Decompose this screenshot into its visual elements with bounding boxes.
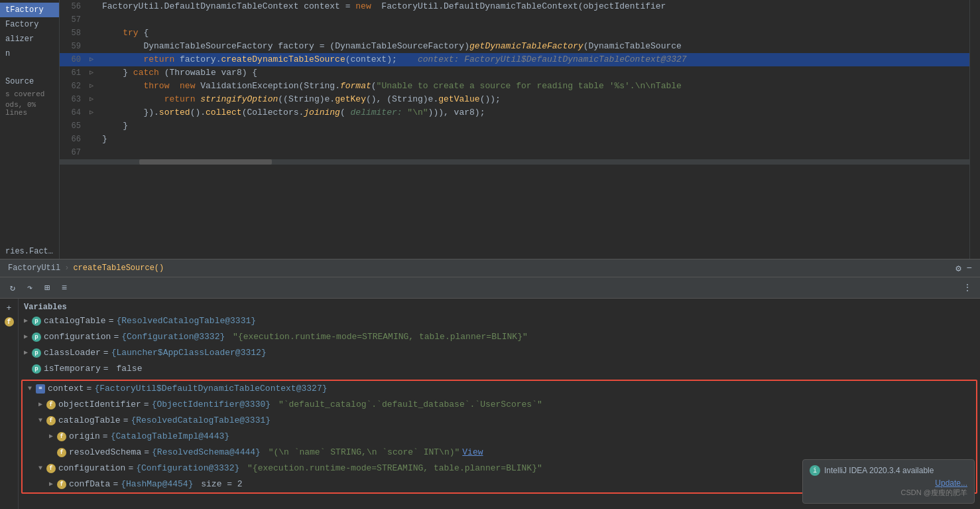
var-row-configuration[interactable]: ▶ p configuration = {Configuration@3332}… [19,329,980,345]
var-icon-f-origin: f [57,432,66,441]
sidebar-item-tfactory[interactable]: tFactory [0,3,59,17]
view-link-resolvedschema[interactable]: View [462,446,483,459]
var-value-istemporary: false [111,362,143,376]
var-icon-f-configuration: f [46,464,56,473]
expand-confdata[interactable]: ▶ [46,480,56,489]
code-content-64: }).sorted().collect(Collectors.joining( … [97,106,969,119]
debug-btn-filter[interactable]: ≡ [57,281,72,295]
code-content-65: } [97,119,969,133]
var-icon-p-istemporary: p [32,364,41,374]
expand-origin[interactable]: ▶ [46,432,56,441]
expand-istemporary-spacer [21,364,31,374]
expand-configuration[interactable]: ▶ [21,332,31,342]
line-number-58: 58 [60,27,86,40]
code-line-61: 61 ▷ } catch (Throwable var8) { [60,66,969,80]
var-icon-eq-context: = [36,384,45,394]
gutter-61: ▷ [86,66,97,80]
var-eq-origin: = [103,430,108,443]
gear-icon[interactable]: ⚙ [955,263,961,274]
sidebar-item-lines: ods, 0% lines [0,100,59,118]
var-icon-f-resolvedschema: f [57,448,66,457]
code-content-61: } catch (Throwable var8) { [97,66,969,80]
debug-btn-table[interactable]: ⊞ [40,281,54,295]
debug-btn-step-into[interactable]: ↷ [23,281,37,295]
var-eq-rs: = [144,446,149,459]
notification-box: i IntelliJ IDEA 2020.3.4 available Updat… [802,459,975,504]
expand-context[interactable]: ▼ [25,384,34,394]
sidebar-item-alizer[interactable]: alizer [0,32,59,46]
var-ref-configuration-child: {Configuration@3332} [136,462,239,475]
var-row-resolvedschema[interactable]: f resolvedSchema = {ResolvedSchema@4444}… [23,445,976,461]
var-eq-context: = [87,382,92,396]
var-value-configuration-child: "{execution.runtime-mode=STREAMING, tabl… [242,462,542,475]
right-margin [969,0,980,259]
ide-container: tFactory Factory alizer n Source s cover… [0,0,980,509]
line-number-66: 66 [60,133,86,146]
var-icon-p-configuration: p [32,332,41,342]
var-ref-context: {FactoryUtil$DefaultDynamicTableContext@… [94,382,327,396]
gutter-66 [86,133,97,146]
line-number-61: 61 [60,66,86,80]
sidebar-item-source[interactable]: Source [0,74,59,89]
var-row-context[interactable]: ▼ = context = {FactoryUtil$DefaultDynami… [23,381,976,397]
code-line-67: 67 [60,146,969,159]
sidebar-item-ries-factory[interactable]: ries.Factory [0,244,59,259]
code-content-58: try { [97,27,969,40]
expand-catalog-table[interactable]: ▶ [21,317,31,326]
var-name-resolvedschema: resolvedSchema [69,446,141,459]
code-content-57 [97,13,969,27]
var-row-catalogtable-child[interactable]: ▼ f catalogTable = {ResolvedCatalogTable… [23,413,976,429]
scrollbar-thumb[interactable] [139,159,272,165]
left-sidebar: tFactory Factory alizer n Source s cover… [0,0,60,259]
expand-resolvedschema-spacer [46,448,56,457]
debug-strip-add[interactable]: + [3,301,16,315]
var-name-catalogtable-child: catalogTable [58,414,121,427]
debug-left-strip: + f [0,299,19,509]
code-line-63: 63 ▷ return stringifyOption((String)e.ge… [60,93,969,106]
var-name-context: context [48,382,84,396]
var-eq-3: = [103,346,109,360]
expand-catalogtable-child[interactable]: ▼ [36,416,45,425]
var-icon-f-confdata: f [57,480,66,489]
expand-classloader[interactable]: ▶ [21,348,31,358]
debug-content: + f Variables ▶ p catalogTable = {Resolv… [0,299,980,509]
var-icon-p-classloader: p [32,348,41,358]
gutter-63: ▷ [86,93,97,106]
line-number-67: 67 [60,146,86,159]
var-icon-f-objectidentifier: f [46,400,56,409]
line-number-57: 57 [60,13,86,27]
breadcrumb-bar: FactoryUtil › createTableSource() ⚙ − [0,259,980,277]
code-horizontal-scrollbar[interactable] [60,159,969,165]
debug-strip-icon[interactable]: f [5,317,14,327]
minimize-icon[interactable]: − [967,263,972,273]
var-row-istemporary[interactable]: p isTemporary = false [19,361,980,377]
var-row-classloader[interactable]: ▶ p classLoader = {Launcher$AppClassLoad… [19,345,980,361]
code-content-59: DynamicTableSourceFactory factory = (Dyn… [97,40,969,53]
gutter-64: ▷ [86,106,97,119]
var-row-objectidentifier[interactable]: ▶ f objectIdentifier = {ObjectIdentifier… [23,397,976,413]
var-ref-catalogtable-child: {ResolvedCatalogTable@3331} [131,414,271,427]
gutter-57 [86,13,97,27]
code-editor: 56 FactoryUtil.DefaultDynamicTableContex… [60,0,969,259]
var-row-catalog-table[interactable]: ▶ p catalogTable = {ResolvedCatalogTable… [19,313,980,329]
line-number-62: 62 [60,80,86,93]
code-line-57: 57 [60,13,969,27]
var-row-origin[interactable]: ▶ f origin = {CatalogTableImpl@4443} [23,429,976,445]
expand-objectidentifier[interactable]: ▶ [36,400,45,409]
gutter-60: ▷ [86,53,97,66]
var-icon-f-catalogtable: f [46,416,56,425]
sidebar-item-n[interactable]: n [0,46,59,61]
notif-title: IntelliJ IDEA 2020.3.4 available [824,466,934,475]
notif-update-link[interactable]: Update... [810,478,967,488]
gutter-58 [86,27,97,40]
debug-btn-step-over[interactable]: ↻ [5,281,20,295]
code-content-67 [97,146,969,159]
code-line-56: 56 FactoryUtil.DefaultDynamicTableContex… [60,0,969,13]
line-number-63: 63 [60,93,86,106]
sidebar-item-factory[interactable]: Factory [0,17,59,32]
expand-configuration-child[interactable]: ▼ [36,464,45,473]
code-line-62: 62 ▷ throw new ValidationException(Strin… [60,80,969,93]
line-number-59: 59 [60,40,86,53]
var-eq-1: = [109,315,114,328]
debug-btn-side[interactable]: ⋮ [960,281,975,295]
